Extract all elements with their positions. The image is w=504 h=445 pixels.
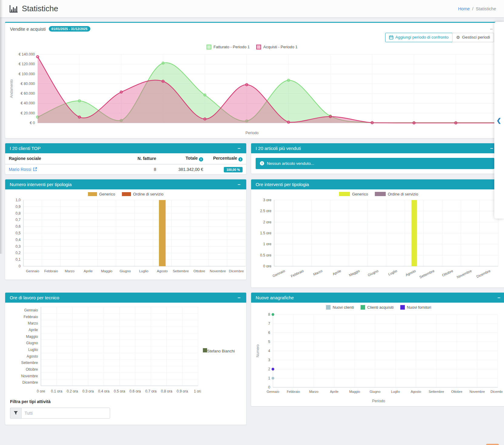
legend-label: Ordine di servizio xyxy=(133,192,163,196)
top-header-bar: Statistiche Home / Statistiche xyxy=(0,0,504,17)
legend-label: Ordine di servizio xyxy=(388,192,418,196)
scroll-top-button-partial[interactable] xyxy=(486,444,499,445)
svg-text:0,7: 0,7 xyxy=(15,218,21,222)
svg-text:Ottobre: Ottobre xyxy=(193,269,205,273)
panel-ore-lavoro-tecnico: Ore di lavoro per tecnico – GennaioFebbr… xyxy=(5,292,247,425)
tecnico-collapse-button[interactable]: – xyxy=(237,295,242,300)
svg-text:0.5 ora: 0.5 ora xyxy=(114,389,125,393)
percentuale-info-icon[interactable]: i xyxy=(238,157,243,161)
legend-item[interactable]: Fatturato - Periodo 1 xyxy=(207,45,250,49)
col-header-ragione-sociale: Ragione sociale xyxy=(5,153,123,164)
legend-swatch xyxy=(203,348,207,352)
svg-text:Maggio: Maggio xyxy=(349,390,360,393)
svg-text:Giugno: Giugno xyxy=(367,269,379,277)
tecnico-panel-title: Ore di lavoro per tecnico xyxy=(10,295,59,300)
legend-item[interactable]: Nuovi clienti xyxy=(326,305,354,310)
panel-articoli-venduti: I 20 articoli più venduti – i Nessun art… xyxy=(251,143,499,174)
numero-interventi-legend: GenericoOrdine di servizio xyxy=(5,189,246,198)
svg-text:0.7 ora: 0.7 ora xyxy=(145,389,157,393)
anagrafiche-collapse-button[interactable]: – xyxy=(496,295,502,300)
svg-text:Settembre: Settembre xyxy=(429,390,444,393)
svg-text:Novembre: Novembre xyxy=(210,269,226,273)
anagrafiche-chart: 876543210NumeroGennaioFebbraioMarzoApril… xyxy=(251,311,504,398)
vendite-chart: € 140.000€ 120.000€ 100.000€ 80.000€ 60.… xyxy=(5,51,499,130)
svg-text:Ottobre: Ottobre xyxy=(442,269,454,277)
svg-text:0,8: 0,8 xyxy=(15,211,21,215)
svg-text:Marzo: Marzo xyxy=(313,269,323,276)
svg-text:Maggio: Maggio xyxy=(26,334,38,338)
client-link[interactable]: Mario Rossi xyxy=(9,167,37,172)
svg-text:0,9: 0,9 xyxy=(15,205,21,209)
svg-text:2: 2 xyxy=(268,367,270,371)
svg-text:Giugno: Giugno xyxy=(26,341,38,345)
svg-text:Agosto: Agosto xyxy=(27,354,38,358)
legend-item[interactable]: Stefano Bianchi xyxy=(203,348,235,353)
filter-activity-label: Filtra per tipi attività xyxy=(10,399,241,404)
svg-text:Aprile: Aprile xyxy=(330,390,338,393)
svg-text:Febbraio: Febbraio xyxy=(44,269,58,273)
svg-text:0,3: 0,3 xyxy=(15,244,21,248)
ore-interventi-panel-title: Ore interventi per tipologia xyxy=(256,182,309,187)
svg-text:€ 0: € 0 xyxy=(30,121,35,125)
numero-interventi-collapse-button[interactable]: – xyxy=(237,182,242,187)
vendite-collapse-button[interactable]: – xyxy=(489,26,494,32)
bar-chart-icon xyxy=(9,5,18,13)
svg-text:0: 0 xyxy=(18,264,21,268)
svg-text:Gennaio: Gennaio xyxy=(272,269,285,278)
svg-text:Settembre: Settembre xyxy=(419,269,435,279)
svg-text:0,2: 0,2 xyxy=(15,251,21,255)
table-row: Mario Rossi 8 381.342,00 € xyxy=(5,164,246,174)
svg-text:Novembre: Novembre xyxy=(21,374,38,378)
svg-text:Marzo: Marzo xyxy=(28,321,38,325)
vendite-panel-title: Vendite e acquisti xyxy=(10,26,46,32)
legend-swatch xyxy=(375,192,386,196)
cell-percentuale: 100,00 % xyxy=(207,164,246,174)
svg-text:Numero: Numero xyxy=(256,344,260,357)
svg-text:€ 100.000: € 100.000 xyxy=(19,72,35,76)
legend-item[interactable]: Clienti acquisiti xyxy=(361,305,394,310)
legend-item[interactable]: Acquisti - Periodo 1 xyxy=(256,45,297,49)
svg-text:€ 120.000: € 120.000 xyxy=(19,62,35,66)
vendite-xaxis-title: Periodo xyxy=(5,130,499,138)
activity-filter-input[interactable] xyxy=(21,408,110,419)
clienti-collapse-button[interactable]: – xyxy=(237,146,242,151)
legend-swatch xyxy=(326,305,331,310)
svg-text:Settembre: Settembre xyxy=(173,269,189,273)
legend-item[interactable]: Generico xyxy=(339,192,368,196)
legend-item[interactable]: Ordine di servizio xyxy=(122,192,163,196)
legend-label: Generico xyxy=(99,192,115,196)
totale-info-icon[interactable]: i xyxy=(199,157,203,161)
svg-text:Ottobre: Ottobre xyxy=(26,367,38,372)
svg-text:Agosto: Agosto xyxy=(411,390,421,393)
funnel-icon xyxy=(14,411,18,415)
empty-articles-alert: i Nessun articolo venduto... xyxy=(256,158,494,169)
ore-interventi-chart: 3 ore2.5 ore2 ore1.5 ore1 ore0.5 ore0 or… xyxy=(251,198,504,287)
gear-icon: ⚙ xyxy=(456,35,460,40)
legend-swatch xyxy=(122,192,131,196)
articoli-collapse-button[interactable]: – xyxy=(489,146,494,151)
chevron-left-icon[interactable]: ❮ xyxy=(496,117,501,124)
add-comparison-period-button[interactable]: Aggiungi periodo di confronto xyxy=(385,33,453,42)
percentage-badge: 100,00 % xyxy=(224,167,243,172)
filter-button[interactable] xyxy=(10,408,21,419)
panel-clienti-top: I 20 clienti TOP – Ragione sociale N. fa… xyxy=(5,143,247,175)
legend-label: Nuovi clienti xyxy=(333,305,354,310)
svg-text:0.4 ora: 0.4 ora xyxy=(98,389,110,393)
legend-swatch xyxy=(339,192,350,196)
breadcrumb: Home / Statistiche xyxy=(458,6,496,11)
legend-item[interactable]: Ordine di servizio xyxy=(375,192,418,196)
svg-text:0,6: 0,6 xyxy=(15,224,21,229)
tecnico-legend: Stefano Bianchi xyxy=(201,348,244,353)
articoli-panel-title: I 20 articoli più venduti xyxy=(256,146,301,151)
svg-text:Luglio: Luglio xyxy=(28,348,38,352)
svg-text:1 ore: 1 ore xyxy=(263,242,272,246)
svg-text:Dicembre: Dicembre xyxy=(490,390,502,393)
svg-text:0: 0 xyxy=(268,385,270,389)
col-header-totale: Totale i xyxy=(160,153,207,164)
svg-text:Dicembre: Dicembre xyxy=(229,269,244,273)
manage-periods-button[interactable]: ⚙ Gestisci periodi xyxy=(452,33,494,42)
legend-item[interactable]: Nuovi fornitori xyxy=(400,305,431,310)
legend-item[interactable]: Generico xyxy=(88,192,115,196)
breadcrumb-home-link[interactable]: Home xyxy=(458,6,470,11)
svg-text:€ 60.000: € 60.000 xyxy=(21,91,35,96)
